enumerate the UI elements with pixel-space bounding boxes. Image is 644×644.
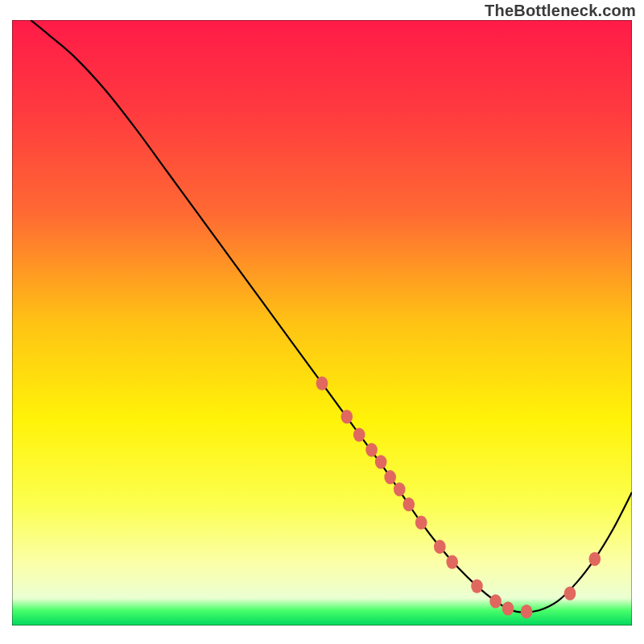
data-point — [384, 470, 396, 484]
data-point — [402, 497, 415, 511]
data-point — [365, 443, 378, 456]
data-point — [316, 377, 328, 390]
data-point — [434, 540, 446, 554]
data-point — [489, 594, 502, 608]
data-point — [521, 605, 533, 618]
data-point — [375, 455, 387, 469]
data-point — [353, 427, 365, 441]
watermark-text: TheBottleneck.com — [485, 2, 636, 20]
data-point — [564, 586, 576, 600]
chart-background — [12, 20, 632, 625]
data-point — [588, 552, 601, 566]
chart-container: TheBottleneck.com — [0, 0, 644, 644]
data-point — [341, 410, 353, 423]
data-point — [471, 579, 483, 592]
data-point — [502, 601, 514, 615]
data-point — [415, 516, 427, 530]
data-point — [446, 555, 458, 568]
chart-svg — [12, 20, 632, 625]
data-point — [394, 482, 406, 496]
